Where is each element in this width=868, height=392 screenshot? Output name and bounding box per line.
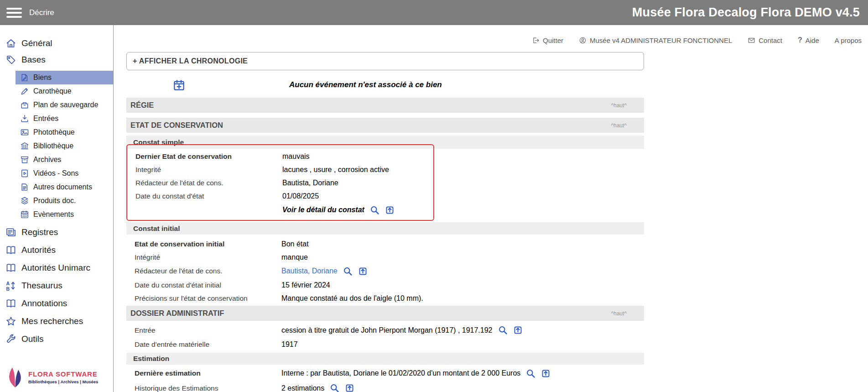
user-icon <box>579 37 587 44</box>
field-row: Intégrité manque <box>126 251 644 264</box>
redacteur-link[interactable]: Bautista, Doriane <box>281 267 338 275</box>
sidebar-item-phototheque[interactable]: Photothèque <box>16 125 113 139</box>
search-icon[interactable] <box>330 383 339 392</box>
topbar: Décrire Musée Flora Decalog Flora DEMO v… <box>0 0 868 25</box>
video-doc-icon <box>20 169 29 178</box>
sidebar-item-annotations[interactable]: Annotations <box>0 294 113 312</box>
exit-icon <box>532 37 540 44</box>
field-value: lacunes , usure , corrosion active <box>282 166 389 174</box>
sidebar-item-mes-recherches[interactable]: Mes recherches <box>0 312 113 330</box>
field-row: Date d'entrée matérielle 1917 <box>126 338 644 351</box>
field-label: Integrité <box>135 166 282 174</box>
sidebar-item-biens[interactable]: Biens <box>16 71 113 84</box>
sidebar-item-general[interactable]: Général <box>0 35 113 52</box>
sidebar-item-thesaurus[interactable]: AB Thesaurus <box>0 277 113 294</box>
field-value: Manque constaté au dos de l'aigle (10 mm… <box>281 294 423 303</box>
open-record-icon[interactable] <box>358 267 368 276</box>
field-value: Bautista, Doriane <box>282 179 338 187</box>
detail-row: Voir le détail du constat <box>127 203 433 217</box>
sidebar-item-archives[interactable]: Archives <box>16 153 113 167</box>
search-icon[interactable] <box>498 325 508 335</box>
document-pen-icon <box>20 73 29 82</box>
sidebar-item-evenements[interactable]: Evènements <box>16 208 113 221</box>
search-icon[interactable] <box>370 205 379 215</box>
chronologie-toggle[interactable]: + AFFICHER LA CHRONOLOGIE <box>126 52 644 70</box>
field-row: Dernier Etat de conservation mauvais <box>127 150 433 163</box>
calendar-grid-icon <box>20 210 29 219</box>
sidebar-item-label: Plan de sauvegarde <box>33 101 98 109</box>
field-row: Rédacteur de l'état de cons. Bautista, D… <box>126 264 644 278</box>
dossier-rows: Entrée cession à titre gratuit de John P… <box>126 323 644 351</box>
sidebar-item-bibliotheque[interactable]: Bibliothèque <box>16 139 113 153</box>
sidebar-item-label: Thesaurus <box>21 281 62 291</box>
star-icon <box>5 316 16 327</box>
open-record-icon[interactable] <box>385 205 395 215</box>
open-book-icon <box>5 262 16 273</box>
image-icon <box>20 128 29 137</box>
sidebar-item-label: Carothèque <box>33 87 72 95</box>
field-value: Interne : par Bautista, Doriane le 01/02… <box>281 369 551 378</box>
field-value: 15 février 2024 <box>281 281 330 289</box>
field-value: Voir le détail du constat <box>282 205 395 215</box>
sidebar-item-label: Registres <box>21 227 58 237</box>
sidebar-item-autorites[interactable]: Autorités <box>0 241 113 259</box>
apropos-button[interactable]: A propos <box>835 37 862 44</box>
quitter-label: Quitter <box>543 37 563 44</box>
registers-icon <box>5 227 16 238</box>
field-value: cession à titre gratuit de John Pierpont… <box>281 325 523 335</box>
field-label: Rédacteur de l'état de cons. <box>135 267 281 275</box>
sidebar-item-label: Général <box>21 38 52 48</box>
sidebar-item-label: Autorités <box>21 245 56 255</box>
search-icon[interactable] <box>526 369 535 378</box>
sidebar-item-autres-documents[interactable]: Autres documents <box>16 180 113 194</box>
record-detail: + AFFICHER LA CHRONOLOGIE Aucun événemen… <box>126 52 644 392</box>
subsection-constat-initial: Constat initial <box>126 222 644 235</box>
field-value: 01/08/2025 <box>282 192 319 200</box>
subsection-estimation: Estimation <box>126 353 644 365</box>
thesaurus-ab-icon: AB <box>5 280 16 291</box>
open-record-icon[interactable] <box>345 383 354 392</box>
back-to-top-link[interactable]: ^haut^ <box>611 122 627 129</box>
open-book-icon <box>5 245 16 256</box>
topbar-menu-label[interactable]: Décrire <box>29 8 54 17</box>
sidebar-item-entrees[interactable]: Entrées <box>16 112 113 125</box>
sidebar-item-videos-sons[interactable]: Vidéos - Sons <box>16 167 113 180</box>
subsection-title: Estimation <box>133 355 169 363</box>
logo-brand-text: FLORA SOFTWARE <box>28 370 98 378</box>
sidebar-item-label: Bibliothèque <box>33 142 73 150</box>
sidebar-item-produits-doc[interactable]: Produits doc. <box>16 194 113 208</box>
open-record-icon[interactable] <box>513 325 523 335</box>
sidebar-item-label: Outils <box>21 334 44 344</box>
back-to-top-link[interactable]: ^haut^ <box>611 310 627 317</box>
calendar-add-icon[interactable] <box>173 79 185 91</box>
sidebar-item-label: Autorités Unimarc <box>21 263 90 273</box>
svg-text:A: A <box>6 280 10 286</box>
sidebar-item-plan-de-sauvegarde[interactable]: Plan de sauvegarde <box>16 98 113 112</box>
archive-box-icon <box>20 155 29 164</box>
sidebar-item-carotheque[interactable]: Carothèque <box>16 84 113 98</box>
field-row: Dernière estimation Interne : par Bautis… <box>126 366 644 381</box>
contact-button[interactable]: Contact <box>748 37 782 44</box>
userbar: Quitter Musée v4 ADMINISTRATEUR FONCTION… <box>126 25 868 48</box>
field-row: Précisions sur l'état de conservation Ma… <box>126 292 644 305</box>
menu-icon[interactable] <box>6 5 22 20</box>
sidebar-item-label: Photothèque <box>33 128 75 136</box>
quitter-button[interactable]: Quitter <box>532 37 563 44</box>
sidebar-item-label: Archives <box>33 156 61 164</box>
open-record-icon[interactable] <box>541 369 551 378</box>
sidebar-item-label: Biens <box>33 73 52 82</box>
back-to-top-link[interactable]: ^haut^ <box>611 102 627 109</box>
sidebar-item-bases[interactable]: Bases <box>0 52 113 68</box>
sidebar-item-registres[interactable]: Registres <box>0 223 113 241</box>
field-row: Date du constat d'état 01/08/2025 <box>127 189 433 203</box>
field-label: Précisions sur l'état de conservation <box>135 294 281 303</box>
user-account[interactable]: Musée v4 ADMINISTRATEUR FONCTIONNEL <box>579 37 732 44</box>
aide-button[interactable]: ? Aide <box>798 36 819 44</box>
section-title: DOSSIER ADMINISTRATIF <box>130 309 224 318</box>
sidebar-item-autorites-unimarc[interactable]: Autorités Unimarc <box>0 259 113 277</box>
field-label: Etat de conservation initial <box>135 240 281 248</box>
download-icon <box>20 114 29 123</box>
field-row: Entrée cession à titre gratuit de John P… <box>126 323 644 338</box>
search-icon[interactable] <box>343 267 353 276</box>
sidebar-item-outils[interactable]: Outils <box>0 330 113 348</box>
